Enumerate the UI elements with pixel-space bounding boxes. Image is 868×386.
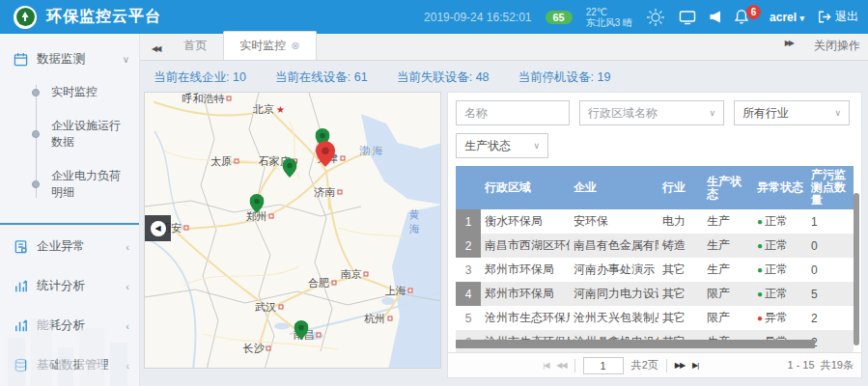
- sidebar-subitem[interactable]: 实时监控: [32, 75, 129, 109]
- cell-production: 生产: [703, 258, 753, 282]
- first-page-button[interactable]: |◀: [543, 361, 548, 370]
- cell-company: 河南办事处演示: [570, 258, 658, 282]
- col-row-number: [456, 166, 481, 209]
- vertical-scrollbar[interactable]: [854, 193, 859, 345]
- cell-produce-points: 1: [807, 209, 852, 234]
- map-city-label: 济南: [314, 184, 342, 199]
- stat-当前停机设备: 当前停机设备: 19: [518, 69, 611, 86]
- sidebar-divider: [0, 223, 139, 225]
- city-marker-icon: [408, 289, 413, 293]
- map-panel[interactable]: 渤海黄海呼和浩特北京★天津太原石家庄济南西安郑州南京合肥武汉上海杭州长沙南昌 ◀: [144, 92, 441, 369]
- city-marker-icon: [387, 316, 392, 320]
- next-page-button[interactable]: ▶▶: [675, 361, 685, 370]
- city-marker-icon: [227, 96, 232, 100]
- temperature-label: 22℃: [586, 7, 632, 17]
- sidebar-subitem[interactable]: 企业设施运行数据: [32, 109, 129, 159]
- col-异常状态[interactable]: 异常状态: [753, 166, 807, 209]
- city-marker-icon: [278, 305, 283, 310]
- sidebar-item[interactable]: 数据监测∨: [14, 45, 129, 73]
- city-marker-icon: [340, 156, 345, 161]
- speaker-icon[interactable]: [710, 11, 721, 23]
- city-marker-icon: [266, 346, 271, 351]
- table-row[interactable]: 2南昌市西湖区环保局南昌有色金属有限公司铸造生产●正常010: [456, 234, 854, 258]
- normal-pin-icon[interactable]: [294, 320, 309, 343]
- col-行业[interactable]: 行业: [658, 166, 703, 209]
- header-datetime: 2019-09-24 16:52:01: [424, 11, 531, 24]
- tabs-scroll-right-icon[interactable]: ▶▶: [781, 39, 800, 54]
- col-产污监测点数量[interactable]: 产污监测点数量: [807, 166, 852, 209]
- row-number: 1: [456, 209, 481, 234]
- city-marker-icon: [183, 225, 188, 230]
- col-生产状态[interactable]: 生产状态: [703, 166, 753, 209]
- close-operations-button[interactable]: 关闭操作: [814, 38, 860, 54]
- stat-当前在线设备: 当前在线设备: 61: [275, 69, 368, 86]
- last-page-button[interactable]: ▶|: [692, 361, 698, 370]
- status-dot-icon: ●: [757, 240, 763, 251]
- city-marker-icon: [234, 159, 238, 164]
- cell-production: 限产: [703, 282, 753, 306]
- production-status-select[interactable]: 生产状态 ∨: [456, 133, 548, 158]
- normal-pin-icon[interactable]: [250, 194, 265, 216]
- tab-实时监控[interactable]: 实时监控⊗: [223, 31, 316, 60]
- sidebar-subitem[interactable]: 企业电力负荷明细: [32, 159, 129, 209]
- stats-bar: 当前在线企业: 10当前在线设备: 61当前失联设备: 48当前停机设备: 19: [140, 61, 868, 92]
- cell-production: 生产: [703, 234, 753, 258]
- sidebar-item[interactable]: 能耗分析‹: [0, 306, 139, 345]
- cell-company: 沧州天兴包装制品: [570, 306, 658, 330]
- chevron-down-icon: ▾: [799, 14, 804, 23]
- table-row[interactable]: 1衡水环保局安环保电力生产●正常110: [456, 209, 854, 234]
- tabs-scroll-left-icon[interactable]: ◀◀: [148, 44, 167, 60]
- notification-bell-icon[interactable]: 6: [735, 10, 748, 24]
- map-city-label: 北京★: [253, 102, 285, 117]
- sea-label: 渤海: [360, 143, 385, 157]
- row-number: 3: [456, 258, 481, 282]
- user-menu[interactable]: acrel ▾: [770, 11, 804, 24]
- normal-pin-icon[interactable]: [282, 158, 296, 180]
- map-city-label: 太原: [210, 154, 238, 169]
- sidebar-item[interactable]: 统计分析‹: [0, 266, 139, 306]
- city-marker-icon: [269, 214, 274, 219]
- notification-count-badge[interactable]: 6: [746, 5, 761, 19]
- barchart-icon: [14, 279, 28, 293]
- page-number-input[interactable]: [583, 357, 624, 374]
- chevron-down-icon: ∨: [701, 108, 715, 118]
- app-header: 环保监控云平台 2019-09-24 16:52:01 65 22℃ 东北风3 …: [0, 0, 868, 34]
- capital-star-icon: ★: [276, 104, 285, 115]
- sidebar-item-label: 统计分析: [37, 278, 85, 294]
- cell-industry: 其它: [658, 306, 703, 330]
- pagination-bar: |◀ ◀◀ 共2页 ▶▶ ▶| 1 - 15 共19条: [448, 352, 861, 377]
- name-search-input[interactable]: [456, 100, 570, 125]
- logout-button[interactable]: 退出: [818, 9, 858, 25]
- chevron-down-icon: ∨: [123, 54, 129, 65]
- table-row[interactable]: 5沧州市生态环保局沧州天兴包装制品其它限产●异常213: [456, 306, 854, 330]
- alarm-pin-icon[interactable]: [316, 141, 335, 170]
- status-dot-icon: ●: [757, 264, 763, 275]
- horizontal-scrollbar[interactable]: [456, 340, 815, 348]
- sidebar-item[interactable]: 企业异常‹: [0, 227, 139, 266]
- region-select[interactable]: 行政区域名称 ∨: [579, 100, 724, 125]
- table-row[interactable]: 4郑州市环保局河南同力电力设计其它限产●正常525: [456, 282, 854, 306]
- monitor-icon[interactable]: [679, 10, 696, 25]
- timeline-dot-icon: [32, 89, 40, 96]
- cell-abnormal: ●正常: [753, 234, 807, 258]
- col-企业[interactable]: 企业: [570, 166, 658, 209]
- sidebar-item-label: 企业异常: [37, 238, 85, 255]
- map-panel-collapse-button[interactable]: ◀: [145, 215, 171, 241]
- map-city-label: 杭州: [364, 311, 392, 325]
- enterprise-table: 行政区域企业行业生产状态异常状态产污监测点数量治污监测点数量监测点运行数量 1衡…: [456, 166, 854, 356]
- tab-close-icon[interactable]: ⊗: [291, 40, 299, 51]
- row-number: 2: [456, 234, 481, 258]
- aqi-badge: 65: [546, 11, 573, 24]
- logout-icon: [818, 11, 831, 23]
- calendar-icon: [14, 52, 28, 67]
- sidebar-subitem-label: 实时监控: [51, 84, 98, 100]
- cell-produce-points: 2: [807, 306, 852, 330]
- table-row[interactable]: 3郑州市环保局河南办事处演示其它生产●正常010: [456, 258, 854, 282]
- col-行政区域[interactable]: 行政区域: [481, 166, 570, 209]
- prev-page-button[interactable]: ◀◀: [556, 361, 566, 370]
- sun-icon: [646, 8, 665, 27]
- tab-首页[interactable]: 首页: [167, 31, 223, 60]
- industry-select[interactable]: 所有行业 ∨: [734, 100, 850, 125]
- sidebar-item[interactable]: 基础数据管理‹: [0, 345, 139, 385]
- sidebar-item-label: 能耗分析: [37, 317, 85, 334]
